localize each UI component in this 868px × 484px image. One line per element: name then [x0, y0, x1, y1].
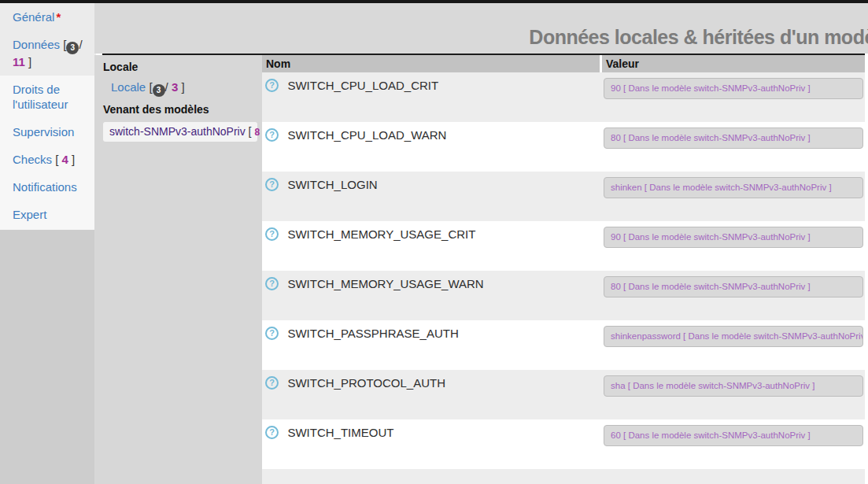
variables-table: Nom Valeur ? SWITCH_CPU_LOAD_CRIT 90 [ D… — [262, 55, 865, 484]
bracket-close: ] — [28, 55, 31, 68]
variable-name: SWITCH_CPU_LOAD_WARN — [287, 128, 446, 142]
sidebar-item-label: Données — [13, 38, 60, 51]
right-gutter — [865, 55, 868, 484]
help-icon[interactable]: ? — [265, 128, 279, 142]
sidebar-item-supervision[interactable]: Supervision — [0, 118, 94, 146]
bracket-open: [ — [55, 153, 58, 166]
total-count: 11 — [13, 55, 25, 68]
sidebar-item-checks[interactable]: Checks [ 4 ] — [0, 146, 94, 173]
help-icon[interactable]: ? — [265, 426, 279, 439]
bracket-close: ] — [181, 80, 184, 94]
sidebar-item-expert[interactable]: Expert — [0, 201, 94, 228]
table-row: ? SWITCH_MEMORY_USAGE_WARN 80 [ Dans le … — [262, 271, 865, 320]
total-count: 4 — [62, 153, 68, 166]
table-row: ? SWITCH_CPU_LOAD_WARN 80 [ Dans le modè… — [262, 122, 865, 172]
sidebar-item-label: Général — [13, 10, 54, 24]
value-input[interactable]: shinken [ Dans le modèle switch-SNMPv3-a… — [604, 177, 863, 198]
value-input[interactable]: shinkenpassword [ Dans le modèle switch-… — [604, 326, 863, 347]
variable-name: SWITCH_PASSPHRASE_AUTH — [287, 327, 458, 340]
table-row: ? SWITCH_LOGIN shinken [ Dans le modèle … — [262, 172, 865, 221]
count-badge: 3 — [153, 84, 165, 97]
help-icon[interactable]: ? — [265, 327, 279, 340]
variable-name: SWITCH_LOGIN — [287, 178, 377, 191]
variable-name: SWITCH_CPU_LOAD_CRIT — [287, 79, 438, 92]
table-row: ? SWITCH_CPU_LOAD_CRIT 90 [ Dans le modè… — [262, 72, 865, 122]
local-section-header: Locale — [103, 60, 262, 74]
help-icon[interactable]: ? — [265, 227, 279, 241]
table-row: ? SWITCH_MEMORY_USAGE_CRIT 90 [ Dans le … — [262, 221, 865, 271]
panel-item-model-switch-snmpv3[interactable]: switch-SNMPv3-authNoPriv [ 8 ] — [103, 122, 257, 142]
total-count: 3 — [172, 80, 178, 94]
data-source-panel: Locale Locale [3/ 3 ] Venant des modèles… — [94, 55, 262, 484]
help-icon[interactable]: ? — [265, 376, 279, 390]
value-input[interactable]: 80 [ Dans le modèle switch-SNMPv3-authNo… — [604, 276, 863, 297]
help-icon[interactable]: ? — [265, 79, 279, 92]
required-marker: * — [56, 10, 61, 24]
value-input[interactable]: 80 [ Dans le modèle switch-SNMPv3-authNo… — [604, 127, 863, 149]
panel-link-label: Locale — [111, 80, 146, 94]
sidebar-item-donnees[interactable]: Données [3/ 11 ] — [0, 31, 96, 76]
value-input[interactable]: 90 [ Dans le modèle switch-SNMPv3-authNo… — [604, 227, 863, 248]
column-header-valeur: Valeur — [600, 55, 865, 72]
table-filler-row — [262, 469, 865, 484]
value-input[interactable]: sha [ Dans le modèle switch-SNMPv3-authN… — [604, 375, 863, 397]
variable-name: SWITCH_PROTOCOL_AUTH — [287, 376, 445, 390]
table-row: ? SWITCH_PROTOCOL_AUTH sha [ Dans le mod… — [262, 370, 865, 419]
sidebar-item-label: Notifications — [13, 180, 77, 194]
variable-name: SWITCH_TIMEOUT — [287, 426, 393, 439]
models-section-header: Venant des modèles — [103, 102, 262, 116]
sidebar-item-general[interactable]: Général* — [0, 3, 96, 31]
sidebar: Général* Données [3/ 11 ] Droits de l'ut… — [0, 3, 94, 484]
column-header-nom: Nom — [262, 55, 600, 72]
page-header: Données locales & héritées d'un modèle — [94, 3, 868, 54]
sidebar-item-label: Supervision — [13, 125, 74, 139]
table-row: ? SWITCH_TIMEOUT 60 [ Dans le modèle swi… — [262, 419, 865, 469]
sidebar-item-notifications[interactable]: Notifications — [0, 173, 94, 201]
help-icon[interactable]: ? — [265, 178, 279, 191]
variable-name: SWITCH_MEMORY_USAGE_CRIT — [287, 227, 475, 241]
page-title: Données locales & héritées d'un modèle — [529, 26, 868, 49]
help-icon[interactable]: ? — [265, 277, 279, 290]
panel-link-locale[interactable]: Locale [3/ 3 ] — [111, 79, 262, 97]
app-window: Général* Données [3/ 11 ] Droits de l'ut… — [0, 0, 868, 484]
table-row: ? SWITCH_PASSPHRASE_AUTH shinkenpassword… — [262, 320, 865, 370]
count-badge: 3 — [66, 42, 79, 54]
sidebar-item-droits[interactable]: Droits de l'utilisateur — [0, 76, 94, 118]
model-label: switch-SNMPv3-authNoPriv — [109, 125, 246, 138]
slash: / — [165, 80, 168, 94]
table-body: ? SWITCH_CPU_LOAD_CRIT 90 [ Dans le modè… — [262, 72, 865, 469]
bracket-open: [ — [149, 80, 152, 94]
value-input[interactable]: 90 [ Dans le modèle switch-SNMPv3-authNo… — [604, 78, 863, 99]
model-count: 8 — [254, 127, 260, 138]
sidebar-item-label: Checks — [13, 153, 52, 166]
value-input[interactable]: 60 [ Dans le modèle switch-SNMPv3-authNo… — [604, 425, 863, 446]
sidebar-tabs: Général* Données [3/ 11 ] Droits de l'ut… — [0, 3, 94, 230]
bracket-open: [ — [249, 125, 252, 138]
table-header: Nom Valeur — [262, 55, 865, 72]
bracket-close: ] — [72, 153, 75, 166]
variable-name: SWITCH_MEMORY_USAGE_WARN — [287, 277, 483, 290]
sidebar-item-label: Droits de l'utilisateur — [13, 83, 68, 111]
slash: / — [79, 38, 82, 51]
sidebar-item-label: Expert — [13, 208, 46, 221]
